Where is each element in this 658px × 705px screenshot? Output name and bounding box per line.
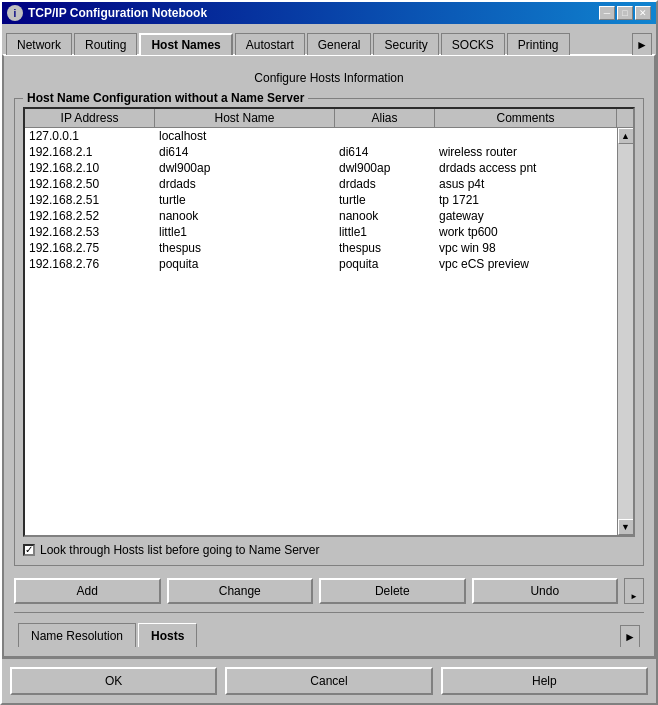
group-box-title: Host Name Configuration without a Name S… (23, 91, 308, 105)
tab-security[interactable]: Security (373, 33, 438, 55)
ok-button[interactable]: OK (10, 667, 217, 695)
help-button[interactable]: Help (441, 667, 648, 695)
cell-comments: wireless router (435, 144, 617, 160)
title-bar-left: i TCP/IP Configuration Notebook (7, 5, 207, 21)
cell-alias: turtle (335, 192, 435, 208)
cell-ip: 192.168.2.50 (25, 176, 155, 192)
cell-alias: little1 (335, 224, 435, 240)
bottom-tab-bar: Name Resolution Hosts ► (14, 612, 644, 646)
col-header-ip: IP Address (25, 109, 155, 127)
scroll-up-button[interactable]: ▲ (618, 128, 634, 144)
top-tab-bar: Network Routing Host Names Autostart Gen… (2, 24, 656, 54)
vertical-scrollbar[interactable]: ▲ ▼ (617, 128, 633, 535)
cell-ip: 192.168.2.75 (25, 240, 155, 256)
cell-hostname: poquita (155, 256, 335, 272)
tab-autostart[interactable]: Autostart (235, 33, 305, 55)
undo-button[interactable]: Undo (472, 578, 619, 604)
group-box: Host Name Configuration without a Name S… (14, 98, 644, 566)
delete-button[interactable]: Delete (319, 578, 466, 604)
add-button[interactable]: Add (14, 578, 161, 604)
tab-hostnames[interactable]: Host Names (139, 33, 232, 55)
table-row[interactable]: 192.168.2.76poquitapoquitavpc eCS previe… (25, 256, 617, 272)
tab-socks[interactable]: SOCKS (441, 33, 505, 55)
tab-routing[interactable]: Routing (74, 33, 137, 55)
table-row[interactable]: 192.168.2.75thespusthespusvpc win 98 (25, 240, 617, 256)
tab-overflow-button[interactable]: ► (632, 33, 652, 55)
col-header-comments: Comments (435, 109, 617, 127)
hosts-checkbox[interactable] (23, 544, 35, 556)
window-title: TCP/IP Configuration Notebook (28, 6, 207, 20)
footer-buttons: OK Cancel Help (2, 658, 656, 703)
close-button[interactable]: ✕ (635, 6, 651, 20)
table-row[interactable]: 192.168.2.51turtleturtletp 1721 (25, 192, 617, 208)
tab-name-resolution[interactable]: Name Resolution (18, 623, 136, 647)
scroll-down-button[interactable]: ▼ (618, 519, 634, 535)
subtitle-text: Configure Hosts Information (14, 66, 644, 90)
cell-hostname: localhost (155, 128, 335, 144)
cell-comments: tp 1721 (435, 192, 617, 208)
cell-hostname: drdads (155, 176, 335, 192)
window-icon: i (7, 5, 23, 21)
cell-comments (435, 128, 617, 144)
table-body: 127.0.0.1localhost192.168.2.1di614di614w… (25, 128, 617, 535)
change-button[interactable]: Change (167, 578, 314, 604)
col-header-alias: Alias (335, 109, 435, 127)
table-row[interactable]: 192.168.2.52nanooknanookgateway (25, 208, 617, 224)
cell-hostname: di614 (155, 144, 335, 160)
cell-alias: nanook (335, 208, 435, 224)
cancel-button[interactable]: Cancel (225, 667, 432, 695)
cell-ip: 192.168.2.51 (25, 192, 155, 208)
scroll-track[interactable] (618, 144, 634, 519)
action-buttons: Add Change Delete Undo ► (14, 578, 644, 604)
cell-comments: gateway (435, 208, 617, 224)
cell-alias: di614 (335, 144, 435, 160)
cell-comments: work tp600 (435, 224, 617, 240)
table-header: IP Address Host Name Alias Comments (25, 109, 633, 128)
tab-general[interactable]: General (307, 33, 372, 55)
cell-hostname: dwl900ap (155, 160, 335, 176)
table-row[interactable]: 192.168.2.50drdadsdrdadsasus p4t (25, 176, 617, 192)
table-row[interactable]: 192.168.2.1di614di614wireless router (25, 144, 617, 160)
title-buttons: ─ □ ✕ (599, 6, 651, 20)
cell-comments: vpc win 98 (435, 240, 617, 256)
table-row[interactable]: 192.168.2.10dwl900apdwl900apdrdads acces… (25, 160, 617, 176)
cell-hostname: turtle (155, 192, 335, 208)
maximize-button[interactable]: □ (617, 6, 633, 20)
cell-ip: 192.168.2.1 (25, 144, 155, 160)
cell-comments: vpc eCS preview (435, 256, 617, 272)
main-content: Configure Hosts Information Host Name Co… (2, 54, 656, 658)
table-row[interactable]: 192.168.2.53little1little1work tp600 (25, 224, 617, 240)
cell-ip: 192.168.2.76 (25, 256, 155, 272)
cell-alias: thespus (335, 240, 435, 256)
cell-alias: poquita (335, 256, 435, 272)
cell-hostname: nanook (155, 208, 335, 224)
cell-hostname: little1 (155, 224, 335, 240)
table-container: IP Address Host Name Alias Comments 127.… (23, 107, 635, 537)
scroll-right-icon[interactable]: ► (630, 593, 638, 601)
cell-alias: drdads (335, 176, 435, 192)
table-row[interactable]: 127.0.0.1localhost (25, 128, 617, 144)
tab-hosts[interactable]: Hosts (138, 623, 197, 647)
cell-hostname: thespus (155, 240, 335, 256)
cell-alias (335, 128, 435, 144)
cell-ip: 192.168.2.10 (25, 160, 155, 176)
title-bar: i TCP/IP Configuration Notebook ─ □ ✕ (2, 2, 656, 24)
cell-ip: 192.168.2.53 (25, 224, 155, 240)
cell-comments: asus p4t (435, 176, 617, 192)
col-header-hostname: Host Name (155, 109, 335, 127)
cell-ip: 192.168.2.52 (25, 208, 155, 224)
tab-printing[interactable]: Printing (507, 33, 570, 55)
minimize-button[interactable]: ─ (599, 6, 615, 20)
tab-network[interactable]: Network (6, 33, 72, 55)
bottom-tab-overflow[interactable]: ► (620, 625, 640, 647)
cell-comments: drdads access pnt (435, 160, 617, 176)
checkbox-label: Look through Hosts list before going to … (40, 543, 319, 557)
cell-ip: 127.0.0.1 (25, 128, 155, 144)
main-window: i TCP/IP Configuration Notebook ─ □ ✕ Ne… (0, 0, 658, 705)
checkbox-area: Look through Hosts list before going to … (23, 543, 635, 557)
cell-alias: dwl900ap (335, 160, 435, 176)
